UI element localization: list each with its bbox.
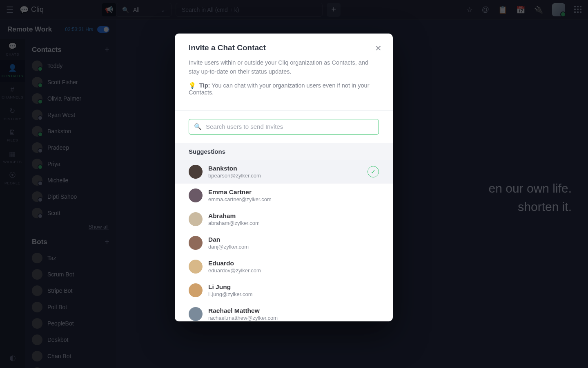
modal-title: Invite a Chat Contact (189, 43, 379, 52)
invite-search-field[interactable]: 🔍 (189, 119, 379, 135)
suggestion-item[interactable]: Dandanj@zylker.com (175, 231, 393, 255)
suggestion-name: Emma Cartner (208, 188, 272, 196)
selected-check-icon: ✓ (368, 166, 379, 177)
search-icon: 🔍 (194, 123, 202, 130)
suggestion-email: bpearson@zylker.com (208, 173, 261, 179)
suggestion-email: danj@zylker.com (208, 244, 249, 250)
suggestion-email: eduardov@zylker.com (208, 267, 261, 274)
close-icon: ✕ (375, 43, 382, 53)
avatar (189, 260, 203, 274)
suggestion-name: Dan (208, 236, 249, 243)
lightbulb-icon: 💡 (189, 82, 196, 89)
modal-description: Invite users within or outside your Cliq… (189, 58, 379, 76)
suggestion-email: rachael.matthew@zylker.com (208, 315, 278, 321)
modal-close-button[interactable]: ✕ (372, 43, 384, 54)
tip-label: Tip: (199, 82, 210, 89)
tip-text: You can chat with your organization user… (189, 82, 370, 96)
modal-search-section: 🔍 (175, 111, 393, 143)
suggestion-name: Rachael Matthew (208, 307, 278, 314)
avatar (189, 188, 203, 202)
suggestions-list[interactable]: Bankstonbpearson@zylker.com ✓ Emma Cartn… (175, 160, 393, 321)
avatar (189, 212, 203, 226)
invite-search-input[interactable] (206, 123, 374, 130)
avatar (189, 165, 203, 179)
suggestion-email: abraham@zylker.com (208, 220, 260, 226)
modal-header: Invite a Chat Contact Invite users withi… (175, 34, 393, 103)
suggestion-item[interactable]: Abrahamabraham@zylker.com (175, 207, 393, 231)
suggestion-item[interactable]: Emma Cartneremma.cartner@zylker.com (175, 184, 393, 207)
suggestion-name: Eduardo (208, 260, 261, 267)
suggestion-item[interactable]: Rachael Matthewrachael.matthew@zylker.co… (175, 302, 393, 321)
suggestion-name: Li Jung (208, 283, 253, 291)
suggestion-item[interactable]: Bankstonbpearson@zylker.com ✓ (175, 160, 393, 184)
suggestion-name: Abraham (208, 212, 260, 220)
modal-tip: 💡 Tip: You can chat with your organizati… (189, 82, 379, 96)
avatar (189, 236, 203, 250)
suggestion-email: li.jung@zylker.com (208, 291, 253, 297)
suggestion-name: Bankston (208, 165, 261, 172)
suggestions-header: Suggestions (175, 143, 393, 160)
avatar (189, 307, 203, 321)
invite-contact-modal: ✕ Invite a Chat Contact Invite users wit… (175, 34, 393, 321)
avatar (189, 283, 203, 297)
suggestion-email: emma.cartner@zylker.com (208, 196, 272, 202)
suggestion-item[interactable]: Li Jungli.jung@zylker.com (175, 278, 393, 302)
suggestion-item[interactable]: Eduardoeduardov@zylker.com (175, 255, 393, 278)
